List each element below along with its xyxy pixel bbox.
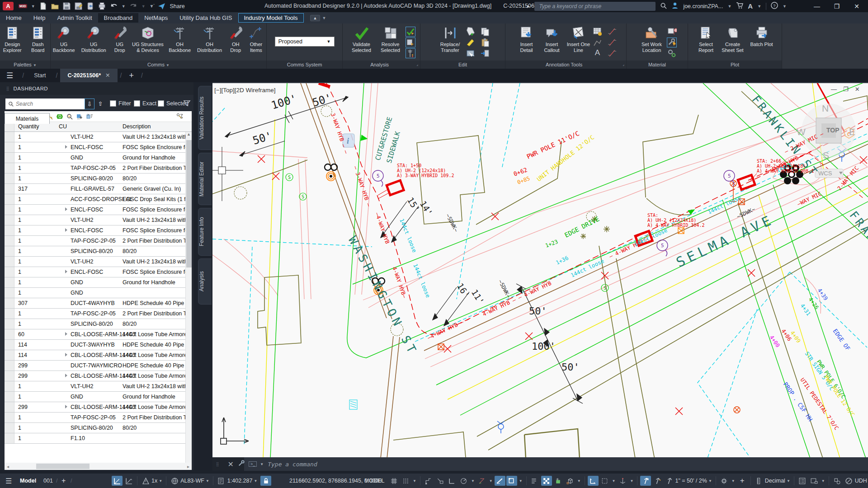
drawing-canvas[interactable]: i WASHINGTON STSELMA AVEFRANKLIN STFRANK… <box>212 82 868 457</box>
comms-system-select[interactable]: Proposed▼ <box>275 37 335 47</box>
table-row[interactable]: 317 FILL-GRAVEL-57 Generic Gravel (Cu. I… <box>5 184 185 194</box>
logo-dropdown-icon[interactable]: ▼ <box>31 4 35 9</box>
expand-arrow-icon[interactable] <box>65 374 67 377</box>
viewport-restore-icon[interactable]: ❐ <box>843 86 849 93</box>
selection-filter-icon[interactable] <box>541 476 552 486</box>
new-layout-button[interactable]: + <box>61 477 66 485</box>
transparency-icon[interactable] <box>506 476 517 486</box>
new-file-icon[interactable] <box>39 2 47 10</box>
redo-icon[interactable] <box>130 2 137 10</box>
expand-arrow-icon[interactable] <box>65 145 67 149</box>
table-row[interactable]: 299 CBL-LOOSE-ARM-144CT 144ct Loose Tube… <box>5 402 185 413</box>
expand-search-icon[interactable]: ▸ <box>527 3 530 9</box>
viewport-controls[interactable]: [−][Top][2D Wireframe] <box>214 87 275 94</box>
table-row[interactable]: 1 GND Ground for Handhole <box>5 392 185 402</box>
tab-materials[interactable]: Materials <box>5 113 50 124</box>
filter-checkbox[interactable] <box>110 100 116 107</box>
side-tab-feature-info[interactable]: Feature Info <box>198 208 212 256</box>
hardware-acceleration-icon[interactable] <box>844 476 854 486</box>
ribbon-display-dropdown-icon[interactable]: ▼ <box>322 16 326 20</box>
side-tab-material-editor[interactable]: Material Editor <box>198 153 212 205</box>
annotation-visibility-icon[interactable] <box>640 476 651 486</box>
copy-icon[interactable] <box>480 27 490 37</box>
close-tab-icon[interactable]: ✕ <box>105 72 110 79</box>
tab-help[interactable]: Help <box>28 13 52 23</box>
other-items-button[interactable]: Other Items <box>246 25 266 53</box>
resolve-selected-button[interactable]: Resolve Selected <box>377 25 405 53</box>
table-row[interactable]: 1 TAP-FOSC-2P-05 2 Port Fiber Distributi… <box>5 309 185 319</box>
help-icon[interactable]: ? <box>771 2 778 10</box>
tab-admin-toolkit[interactable]: Admin Toolkit <box>51 13 98 23</box>
wcs-label[interactable]: WCS <box>818 170 832 177</box>
select-report-button[interactable]: Select Report <box>694 25 718 53</box>
keyword-search-input[interactable]: Type a keyword or phrase <box>534 2 656 11</box>
ortho-mode-icon[interactable] <box>447 476 458 486</box>
table-row[interactable]: 114 DUCT-3WAYHYB HDPE Schedule 40 Pipe (… <box>5 340 185 350</box>
view-scale-icon[interactable] <box>216 476 227 486</box>
save-to-mobile-icon[interactable] <box>86 2 94 10</box>
tab-industry-model-tools[interactable]: Industry Model Tools <box>238 13 304 23</box>
tab-home[interactable]: Home <box>0 13 28 23</box>
search-bolt-icon[interactable] <box>66 113 73 120</box>
side-tab-validation-results[interactable]: Validation Results <box>198 86 212 150</box>
viewport-minimize-icon[interactable]: — <box>831 86 837 93</box>
side-tab-analysis[interactable]: Analysis <box>198 258 212 305</box>
pole-analysis-icon[interactable] <box>406 48 415 58</box>
gizmo-icon[interactable] <box>553 476 564 486</box>
table-row[interactable]: 1 VLT-UH2 Vault UH-2 13x24x18 with 2 <box>5 257 185 267</box>
ucs-toggle-icon[interactable] <box>588 476 599 486</box>
lineweight-icon[interactable] <box>495 476 505 486</box>
coordinate-system-globe-icon[interactable] <box>169 476 180 486</box>
tab-netmaps[interactable]: NetMaps <box>138 13 174 23</box>
help-dropdown-icon[interactable]: ▼ <box>783 4 787 9</box>
text-tool-button[interactable]: A <box>593 48 603 57</box>
column-cu[interactable]: CU <box>56 122 120 131</box>
cart-icon[interactable] <box>736 2 743 10</box>
polar-tracking-icon[interactable] <box>458 476 469 486</box>
table-row[interactable]: 1 VLT-UH2 Vault UH-2 13x24x18 with 2 <box>5 132 185 142</box>
print-icon[interactable] <box>98 2 106 10</box>
insert-one-line-button[interactable]: Insert One Line <box>566 25 592 53</box>
ribbon-collapse-button[interactable]: ▲ <box>310 15 321 21</box>
insert-callout-button[interactable]: Insert Callout <box>539 25 565 53</box>
save-as-icon[interactable] <box>75 2 82 10</box>
key-sum-icon[interactable] <box>176 113 184 120</box>
oh-distribution-button[interactable]: OH Distribution <box>194 25 226 53</box>
selected-checkbox[interactable] <box>158 100 164 107</box>
group-label-annotation-tools[interactable]: Annotation Tools ⌟ <box>505 61 626 69</box>
3d-cube-icon[interactable] <box>565 476 576 486</box>
viewcube-north[interactable]: N <box>822 103 829 114</box>
expand-arrow-icon[interactable] <box>65 207 67 211</box>
viewport-lock-icon[interactable] <box>809 476 820 486</box>
grid-display-icon[interactable] <box>388 476 399 486</box>
group-label-comms[interactable]: Comms ▼ <box>51 61 266 69</box>
units-value[interactable]: Decimal <box>765 478 785 484</box>
material-map-icon[interactable] <box>667 27 677 37</box>
table-row[interactable]: 114 CBL-LOOSE-ARM-144CT 144ct Loose Tube… <box>5 350 185 361</box>
tab-drawing[interactable]: C-20251506*✕ <box>60 69 117 82</box>
command-grip[interactable]: ⣿ <box>216 462 220 466</box>
table-row[interactable]: 1 ENCL-FOSC FOSC Splice Enclosure for H <box>5 142 185 153</box>
search-icon[interactable] <box>660 2 667 10</box>
command-prompt-icon[interactable]: >_ <box>249 461 257 467</box>
resolve-all-icon[interactable] <box>406 38 415 47</box>
crosshair-plus-icon[interactable]: + <box>737 476 748 486</box>
viewcube-top-face[interactable]: TOP <box>826 127 840 134</box>
view-scale-value[interactable]: 1:402.287 <box>227 478 253 484</box>
search-next-button[interactable]: ⇩ <box>85 99 94 109</box>
table-row[interactable]: 1 GND Ground for Handhole <box>5 153 185 163</box>
annotation-scale-warning-icon[interactable] <box>140 476 151 486</box>
restore-button[interactable]: ❐ <box>829 3 844 10</box>
autocad-logo-icon[interactable]: A <box>3 2 14 10</box>
minimize-button[interactable]: — <box>809 3 825 10</box>
align-line-icon-1[interactable] <box>607 27 617 37</box>
ug-backbone-button[interactable]: UG Backbone <box>51 25 77 53</box>
ug-drop-button[interactable]: UG Drop <box>110 25 129 53</box>
user-dropdown-icon[interactable]: ▼ <box>727 4 731 9</box>
batch-plot-button[interactable]: Batch Plot <box>748 25 776 47</box>
infer-constraints-icon[interactable] <box>423 476 434 486</box>
table-row[interactable]: 299 CBL-LOOSE-ARM-144CT 144ct Loose Tube… <box>5 371 185 381</box>
close-button[interactable]: ✕ <box>849 3 864 10</box>
table-horizontal-scrollbar[interactable]: ◂▸ <box>5 463 192 470</box>
replace-transfer-button[interactable]: Replace/ Transfer <box>436 25 465 53</box>
